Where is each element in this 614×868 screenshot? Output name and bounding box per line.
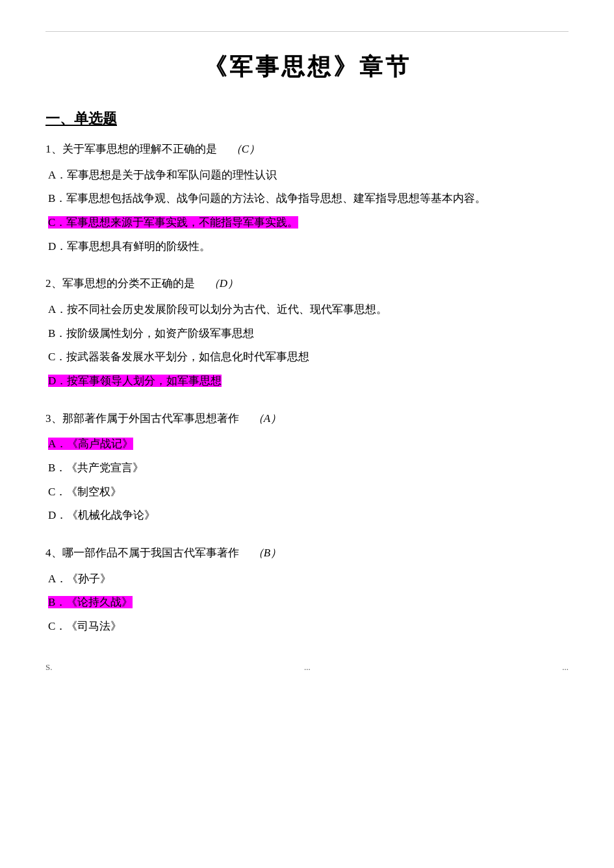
question-3-option-c: C．《制空权》 <box>45 482 569 502</box>
question-1-option-d: D．军事思想具有鲜明的阶级性。 <box>45 237 569 257</box>
question-4-option-a: A．《孙子》 <box>45 569 569 589</box>
question-2-text: 2、军事思想的分类不正确的是 （D） <box>45 275 569 293</box>
question-2-option-d: D．按军事领导人划分，如军事思想 <box>45 371 569 391</box>
question-4: 4、哪一部作品不属于我国古代军事著作 （B） A．《孙子》 B．《论持久战》 C… <box>45 544 569 637</box>
footer-right: ... <box>562 662 569 673</box>
question-2-option-a: A．按不同社会历史发展阶段可以划分为古代、近代、现代军事思想。 <box>45 300 569 320</box>
page-footer: S. ... ... <box>45 662 569 673</box>
page-title: 《军事思想》章节 <box>45 51 569 83</box>
question-1-option-b: B．军事思想包括战争观、战争问题的方法论、战争指导思想、建军指导思想等基本内容。 <box>45 189 569 209</box>
section1-title: 一、单选题 <box>45 109 569 129</box>
question-3-option-d: D．《机械化战争论》 <box>45 506 569 526</box>
question-1: 1、关于军事思想的理解不正确的是 （C） A．军事思想是关于战争和军队问题的理性… <box>45 140 569 256</box>
question-2-option-c: C．按武器装备发展水平划分，如信息化时代军事思想 <box>45 347 569 367</box>
question-3-text: 3、那部著作属于外国古代军事思想著作 （A） <box>45 410 569 428</box>
question-4-option-b: B．《论持久战》 <box>45 593 569 613</box>
question-4-option-c: C．《司马法》 <box>45 617 569 637</box>
question-3-option-b: B．《共产党宣言》 <box>45 458 569 478</box>
question-4-text: 4、哪一部作品不属于我国古代军事著作 （B） <box>45 544 569 563</box>
question-1-option-c: C．军事思想来源于军事实践，不能指导军事实践。 <box>45 213 569 233</box>
question-3: 3、那部著作属于外国古代军事思想著作 （A） A．《高卢战记》 B．《共产党宣言… <box>45 410 569 526</box>
question-1-text: 1、关于军事思想的理解不正确的是 （C） <box>45 140 569 159</box>
top-divider <box>45 31 569 32</box>
question-2: 2、军事思想的分类不正确的是 （D） A．按不同社会历史发展阶段可以划分为古代、… <box>45 275 569 391</box>
footer-left: S. <box>45 662 52 673</box>
question-3-option-a: A．《高卢战记》 <box>45 434 569 454</box>
question-1-option-a: A．军事思想是关于战争和军队问题的理性认识 <box>45 166 569 186</box>
question-2-option-b: B．按阶级属性划分，如资产阶级军事思想 <box>45 324 569 344</box>
footer-center: ... <box>304 662 311 673</box>
